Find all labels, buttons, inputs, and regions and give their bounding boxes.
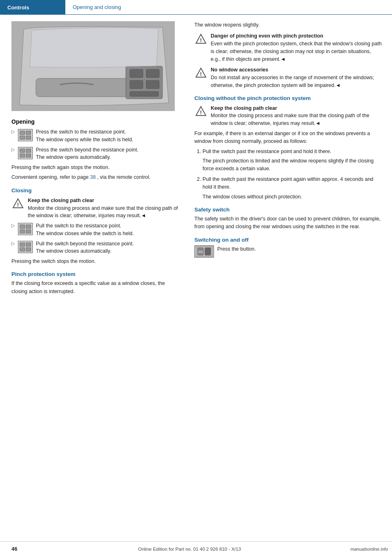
no-accessories-triangle-icon: ! — [194, 67, 207, 78]
opening-title: Opening — [11, 118, 180, 125]
reopen-text: The window reopens slightly. — [194, 21, 382, 29]
closing-item-2-text: Pull the switch beyond the resistance po… — [36, 240, 134, 256]
svg-rect-6 — [146, 80, 159, 89]
closing-item-1: ▷ Pull the switch to the resistance poin… — [11, 222, 180, 238]
danger-warning: ! Danger of pinching even with pinch pro… — [194, 32, 382, 63]
safety-switch-text: The safety switch in the driver's door c… — [194, 215, 382, 231]
opening-item-1-text: Press the switch to the resistance point… — [36, 128, 133, 144]
car-image-svg — [11, 21, 175, 111]
no-accessories-text: No window accessories Do not install any… — [211, 66, 382, 89]
warning-triangle-icon: ! — [11, 198, 24, 209]
safety-switch-button-icon — [194, 245, 214, 258]
switch-icon-1 — [18, 129, 33, 141]
step-1: Pull the switch past the resistance poin… — [203, 148, 382, 173]
keep-clear-warning: ! Keep the closing path clear Monitor th… — [194, 105, 382, 127]
arrow-icon-1: ▷ — [11, 129, 16, 134]
closing-title: Closing — [11, 187, 180, 193]
pinch-title: Pinch protection system — [11, 271, 180, 277]
left-column: Opening ▷ Press the switch to the resist… — [0, 15, 188, 306]
step-2-sub: The window closes without pinch protecti… — [203, 193, 382, 201]
svg-text:!: ! — [200, 109, 202, 116]
page-link[interactable]: 38 — [90, 174, 96, 180]
switching-title: Switching on and off — [194, 237, 382, 243]
switching-text: Press the button. — [217, 245, 256, 253]
car-door-image — [11, 21, 175, 111]
safety-switch-title: Safety switch — [194, 207, 382, 213]
switching-item: Press the button. — [194, 245, 382, 258]
opening-item-2-text: Press the switch beyond the resistance p… — [36, 146, 138, 162]
page-footer: 46 Online Edition for Part no. 01 40 2 9… — [0, 541, 392, 556]
svg-rect-7 — [130, 91, 158, 96]
footer-center-text: Online Edition for Part no. 01 40 2 926 … — [33, 547, 346, 552]
opening-item-1: ▷ Press the switch to the resistance poi… — [11, 128, 180, 144]
steps-list: Pull the switch past the resistance poin… — [194, 148, 382, 201]
page-header: Controls Opening and closing — [0, 0, 392, 15]
step-1-sub: The pinch protection is limited and the … — [203, 157, 382, 173]
keep-clear-text: Keep the closing path clear Monitor the … — [211, 105, 382, 127]
page-number: 46 — [0, 546, 33, 552]
svg-rect-18 — [205, 248, 211, 255]
main-content: Opening ▷ Press the switch to the resist… — [0, 15, 392, 306]
opening-note-2: Convenient opening, refer to page 38 , v… — [11, 173, 180, 181]
svg-text:!: ! — [200, 37, 202, 43]
svg-text:!: ! — [200, 71, 202, 77]
section-label: Opening and closing — [73, 4, 121, 10]
right-column: The window reopens slightly. ! Danger of… — [188, 15, 392, 306]
header-section-label: Opening and closing — [65, 0, 392, 15]
svg-rect-3 — [130, 69, 143, 78]
step-2: Pull the switch past the resistance poin… — [203, 176, 382, 201]
danger-triangle-icon: ! — [194, 33, 207, 44]
header-controls-label: Controls — [0, 0, 65, 15]
closing-warning: ! Keep the closing path clear Monitor th… — [11, 197, 180, 220]
closing-item-1-text: Pull the switch to the resistance point.… — [36, 222, 134, 238]
arrow-icon-3: ▷ — [11, 223, 16, 228]
switch-icon-3 — [18, 223, 33, 235]
opening-note-1: Pressing the switch again stops the moti… — [11, 164, 180, 171]
closing-note-1: Pressing the switch stops the motion. — [11, 258, 180, 265]
svg-text:!: ! — [17, 202, 19, 208]
keep-clear-triangle-icon: ! — [194, 105, 207, 117]
controls-label: Controls — [7, 4, 29, 11]
svg-rect-4 — [146, 69, 159, 78]
footer-logo: manualsonline.info — [346, 547, 392, 552]
opening-item-2: ▷ Press the switch beyond the resistance… — [11, 146, 180, 162]
arrow-icon-2: ▷ — [11, 147, 16, 152]
closing-item-2: ▷ Pull the switch beyond the resistance … — [11, 240, 180, 256]
external-danger-text: For example, if there is an external dan… — [194, 130, 382, 146]
svg-rect-19 — [198, 251, 203, 253]
danger-warning-text: Danger of pinching even with pinch prote… — [211, 32, 382, 63]
closing-no-pinch-title: Closing without the pinch protection sys… — [194, 95, 382, 101]
no-accessories-warning: ! No window accessories Do not install a… — [194, 66, 382, 89]
closing-warning-text: Keep the closing path clear Monitor the … — [28, 197, 180, 220]
switch-icon-2 — [18, 147, 33, 159]
arrow-icon-4: ▷ — [11, 241, 16, 246]
svg-rect-5 — [130, 80, 143, 89]
pinch-text: If the closing force exceeds a specific … — [11, 280, 180, 296]
switch-icon-4 — [18, 241, 33, 253]
